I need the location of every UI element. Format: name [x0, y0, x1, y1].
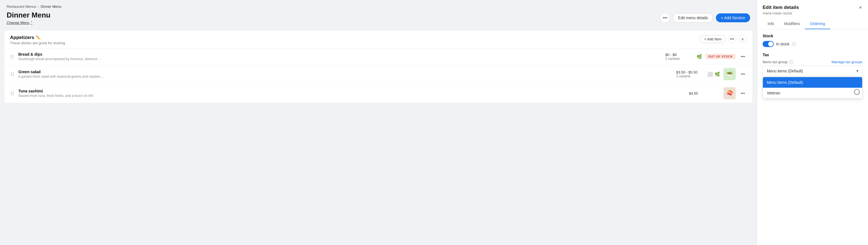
item-more-button[interactable]: •••: [739, 70, 747, 78]
item-image: 🍣: [723, 87, 736, 100]
dropdown-selected-value: Menu items (Default): [767, 69, 803, 73]
item-name: Tuna sashimi: [18, 89, 686, 93]
dropdown-option-veteran[interactable]: Veteran: [763, 88, 862, 98]
tax-group-dropdown-wrapper: Menu items (Default) ▼ Menu items (Defau…: [763, 66, 862, 76]
panel-subtitle: Hand-made ravioli: [763, 11, 862, 15]
item-price-block: $0 - $8 2 variants: [665, 53, 693, 61]
stock-row: In stock i: [763, 41, 862, 47]
item-description: Sourdough bread accompanied by hummus, b…: [18, 57, 662, 61]
tax-group-label: Items tax group i: [763, 60, 793, 64]
out-of-stock-badge: OUT OF STOCK: [705, 54, 736, 59]
item-icons: ⬜ 🌿: [707, 72, 720, 77]
tab-ordering[interactable]: Ordering: [805, 19, 830, 29]
breadcrumb-parent[interactable]: Restaurant Menus: [7, 4, 36, 9]
menu-item-green-salad: Green salad A garden-fresh salad with se…: [4, 64, 752, 84]
panel-body: Stock In stock i Tax Items tax group i M…: [757, 29, 868, 245]
add-item-button[interactable]: + Add Item: [700, 35, 726, 43]
section-more-button[interactable]: •••: [728, 35, 736, 43]
item-price: $4.50: [689, 91, 717, 96]
tax-info-icon[interactable]: i: [789, 60, 793, 64]
breadcrumb-separator: ›: [38, 5, 39, 9]
panel-header: Edit item details × Hand-made ravioli In…: [757, 0, 868, 29]
collapse-section-button[interactable]: ∧: [738, 35, 747, 43]
item-variants: 2 variants: [676, 74, 704, 78]
item-icons: 🌿: [696, 54, 702, 59]
item-more-button[interactable]: •••: [739, 53, 747, 60]
item-info: Green salad A garden-fresh salad with se…: [18, 70, 673, 79]
menu-item-tuna-sashimi: Tuna sashimi Seared fresh tuna, fresh he…: [4, 84, 752, 103]
item-price: $3.50 - $5.50: [676, 70, 704, 74]
panel-tabs: Info Modifiers Ordering: [763, 19, 862, 29]
page-title: Dinner Menu: [7, 11, 50, 20]
menu-item-bread-dips: Bread & dips Sourdough bread accompanied…: [4, 49, 752, 64]
item-name: Bread & dips: [18, 52, 662, 56]
edit-menu-details-button[interactable]: Edit menu details: [673, 13, 713, 23]
breadcrumb: Restaurant Menus › Dinner Menu: [7, 4, 750, 9]
header-left: Dinner Menu Change Menu ˅: [7, 11, 50, 25]
tab-modifiers[interactable]: Modifiers: [779, 19, 805, 29]
manage-tax-groups-link[interactable]: Manage tax groups: [832, 60, 862, 64]
item-price: $0 - $8: [665, 53, 693, 57]
item-description: A garden-fresh salad with seasonal green…: [18, 75, 673, 79]
drag-handle[interactable]: [10, 54, 15, 59]
in-stock-text: In stock: [776, 42, 789, 46]
section-header: Appetizers ✏️ These dishes are great for…: [4, 30, 752, 49]
item-price-block: $3.50 - $5.50 2 variants: [676, 70, 704, 78]
item-price-block: $4.50: [689, 91, 717, 96]
appetizers-section: Appetizers ✏️ These dishes are great for…: [4, 30, 752, 103]
in-stock-info-icon[interactable]: i: [792, 42, 796, 46]
leaf-icon: 🌿: [715, 72, 720, 77]
change-menu-chevron: ˅: [31, 21, 33, 25]
tax-label: Tax: [763, 53, 862, 57]
stock-section: Stock In stock i: [763, 34, 862, 47]
section-title: Appetizers ✏️: [10, 35, 65, 40]
leaf-icon: 🌿: [696, 54, 702, 59]
in-stock-toggle[interactable]: [763, 41, 774, 47]
tax-section: Tax Items tax group i Manage tax groups …: [763, 53, 862, 76]
edit-item-panel: Edit item details × Hand-made ravioli In…: [757, 0, 868, 245]
page-header: Restaurant Menus › Dinner Menu Dinner Me…: [0, 0, 757, 28]
item-more-button[interactable]: •••: [739, 89, 747, 97]
item-variants: 2 variants: [665, 57, 693, 61]
section-description: These dishes are great for sharing: [10, 41, 65, 45]
item-image: 🥗: [723, 68, 736, 80]
panel-title: Edit item details: [763, 5, 799, 10]
item-info: Bread & dips Sourdough bread accompanied…: [18, 52, 662, 61]
add-section-button[interactable]: + Add Section: [716, 13, 750, 22]
item-description: Seared fresh tuna, fresh herbs, and a to…: [18, 94, 686, 98]
tax-group-dropdown[interactable]: Menu items (Default): [763, 66, 862, 76]
item-name: Green salad: [18, 70, 673, 74]
dropdown-option-default[interactable]: Menu items (Default): [763, 77, 862, 88]
drag-handle[interactable]: [10, 72, 15, 77]
tab-info[interactable]: Info: [763, 19, 779, 29]
header-actions: ••• Edit menu details + Add Section: [660, 13, 750, 23]
edit-section-icon[interactable]: ✏️: [36, 35, 40, 40]
main-content: Restaurant Menus › Dinner Menu Dinner Me…: [0, 0, 757, 245]
breadcrumb-current: Dinner Menu: [40, 4, 61, 9]
section-actions: + Add Item ••• ∧: [700, 35, 747, 43]
item-info: Tuna sashimi Seared fresh tuna, fresh he…: [18, 89, 686, 98]
drag-handle[interactable]: [10, 91, 15, 96]
box-icon: ⬜: [707, 72, 713, 77]
change-menu-label: Change Menu: [7, 21, 29, 25]
tax-dropdown-options: Menu items (Default) Veteran: [763, 77, 862, 99]
tax-header-row: Items tax group i Manage tax groups: [763, 60, 862, 64]
close-panel-button[interactable]: ×: [858, 4, 862, 10]
change-menu-button[interactable]: Change Menu ˅: [7, 21, 50, 25]
section-title-area: Appetizers ✏️ These dishes are great for…: [10, 35, 65, 45]
stock-label: Stock: [763, 34, 862, 38]
more-options-button[interactable]: •••: [660, 13, 670, 23]
